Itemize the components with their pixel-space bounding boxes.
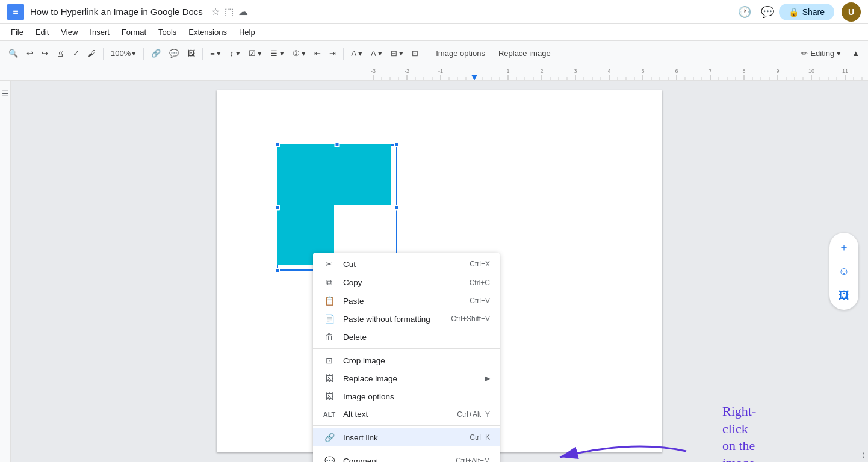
comment-icon[interactable]: 💬 xyxy=(761,5,774,19)
numlist-btn[interactable]: ① ▾ xyxy=(289,46,310,60)
cm-insert-link[interactable]: 🔗 Insert link Ctrl+K xyxy=(313,428,500,446)
context-menu: ✂ Cut Ctrl+X ⧉ Copy Ctrl+C 📋 Paste Ctrl+… xyxy=(313,253,500,462)
image-options-toolbar-btn[interactable]: Image options xyxy=(430,46,491,60)
resize-handle-middle-left[interactable] xyxy=(274,205,280,211)
collapse-toolbar-btn[interactable]: ▲ xyxy=(848,46,863,60)
print-btn[interactable]: 🖨 xyxy=(53,46,68,60)
float-add-btn[interactable]: ＋ xyxy=(833,236,855,258)
list-btn[interactable]: ☰ ▾ xyxy=(267,46,288,60)
checklist-btn[interactable]: ☑ ▾ xyxy=(245,46,266,60)
cm-paste-no-format[interactable]: 📄 Paste without formatting Ctrl+Shift+V xyxy=(313,310,500,328)
cm-copy[interactable]: ⧉ Copy Ctrl+C xyxy=(313,273,500,292)
bottom-right-handle[interactable]: ⟩ xyxy=(860,448,868,462)
cm-delete[interactable]: 🗑 Delete xyxy=(313,328,500,346)
menu-bar: File Edit View Insert Format Tools Exten… xyxy=(0,24,868,41)
menu-format[interactable]: Format xyxy=(116,26,152,38)
highlight-btn[interactable]: A ▾ xyxy=(347,46,366,60)
zoom-btn[interactable]: 100% ▾ xyxy=(107,46,140,60)
redo-btn[interactable]: ↪ xyxy=(38,46,52,60)
move-icon[interactable]: ⬚ xyxy=(225,6,234,17)
menu-tools[interactable]: Tools xyxy=(152,26,182,38)
resize-handle-top-right[interactable] xyxy=(394,142,400,147)
columns-btn[interactable]: ⊟ ▾ xyxy=(387,46,408,60)
sep5 xyxy=(426,48,426,60)
ruler: -3-2-1123456789101112131415161718 xyxy=(0,66,868,81)
search-toolbar-btn[interactable]: 🔍 xyxy=(5,46,22,60)
cm-crop-image[interactable]: ⊡ Crop image xyxy=(313,351,500,369)
menu-help[interactable]: Help xyxy=(233,26,261,38)
float-image-btn[interactable]: 🖼 xyxy=(833,285,855,306)
star-icon[interactable]: ☆ xyxy=(211,6,220,17)
image-options-icon: 🖼 xyxy=(323,392,336,401)
editing-mode-btn[interactable]: ✏ Editing ▾ xyxy=(795,46,847,60)
spellcheck-btn[interactable]: ✓ xyxy=(69,46,83,60)
cm-comment[interactable]: 💬 Comment Ctrl+Alt+M xyxy=(313,452,500,462)
paint-format-btn[interactable]: 🖌 xyxy=(84,46,99,60)
svg-text:-1: -1 xyxy=(438,68,443,74)
svg-text:1: 1 xyxy=(506,68,509,74)
svg-text:10: 10 xyxy=(808,68,814,74)
crop-btn[interactable]: ⊡ xyxy=(408,46,422,60)
undo-btn[interactable]: ↩ xyxy=(23,46,37,60)
cm-image-options[interactable]: 🖼 Image options xyxy=(313,387,500,405)
menu-edit[interactable]: Edit xyxy=(29,26,55,38)
right-float-toolbar: ＋ ☺ 🖼 xyxy=(829,233,858,310)
link-btn[interactable]: 🔗 xyxy=(147,46,164,60)
sep4 xyxy=(343,48,344,60)
text-color-btn[interactable]: A ▾ xyxy=(367,46,386,60)
align-btn[interactable]: ≡ ▾ xyxy=(206,46,225,60)
crop-icon: ⊡ xyxy=(323,356,336,365)
menu-extensions[interactable]: Extensions xyxy=(182,26,233,38)
cm-paste[interactable]: 📋 Paste Ctrl+V xyxy=(313,292,500,310)
history-icon[interactable]: 🕐 xyxy=(738,5,751,19)
cm-replace-image[interactable]: 🖼 Replace image ▶ xyxy=(313,369,500,387)
comment-btn[interactable]: 💬 xyxy=(166,46,182,60)
sep1 xyxy=(103,48,104,60)
svg-text:11: 11 xyxy=(842,68,848,74)
divider-1 xyxy=(313,348,500,349)
google-docs-icon: ≡ xyxy=(7,4,24,20)
document-area[interactable]: ✂ Cut Ctrl+X ⧉ Copy Ctrl+C 📋 Paste Ctrl+… xyxy=(11,81,868,462)
document-title: How to Hyperlink an Image in Google Docs xyxy=(30,7,203,17)
share-button[interactable]: 🔒 Share xyxy=(779,4,834,20)
menu-file[interactable]: File xyxy=(5,26,29,38)
link-icon: 🔗 xyxy=(323,433,336,442)
image-replace-icon: 🖼 xyxy=(323,374,336,383)
title-bar: ≡ How to Hyperlink an Image in Google Do… xyxy=(0,0,868,24)
toolbar: 🔍 ↩ ↪ 🖨 ✓ 🖌 100% ▾ 🔗 💬 🖼 ≡ ▾ ↕ ▾ ☑ ▾ ☰ ▾… xyxy=(0,41,868,66)
menu-view[interactable]: View xyxy=(55,26,84,38)
selected-image[interactable] xyxy=(277,144,397,271)
replace-image-toolbar-btn[interactable]: Replace image xyxy=(492,46,557,60)
document-page: ✂ Cut Ctrl+X ⧉ Copy Ctrl+C 📋 Paste Ctrl+… xyxy=(217,90,662,452)
indent-decrease-btn[interactable]: ⇤ xyxy=(311,46,324,60)
svg-text:-3: -3 xyxy=(371,68,376,74)
scissors-icon: ✂ xyxy=(323,259,336,269)
copy-icon: ⧉ xyxy=(323,277,336,288)
trash-icon: 🗑 xyxy=(323,332,336,342)
svg-text:6: 6 xyxy=(675,68,678,74)
menu-insert[interactable]: Insert xyxy=(84,26,116,38)
left-sidebar: ☰ xyxy=(0,81,11,462)
alt-icon: ALT xyxy=(323,411,336,418)
image-btn[interactable]: 🖼 xyxy=(184,46,199,60)
sep3 xyxy=(202,48,203,60)
paste-plain-icon: 📄 xyxy=(323,314,336,324)
cm-alt-text[interactable]: ALT Alt text Ctrl+Alt+Y xyxy=(313,405,500,423)
resize-handle-top-left[interactable] xyxy=(274,142,280,147)
resize-handle-middle-right[interactable] xyxy=(394,205,400,211)
svg-text:4: 4 xyxy=(607,68,610,74)
svg-text:-2: -2 xyxy=(405,68,409,74)
lock-icon: 🔒 xyxy=(789,7,799,17)
cm-cut[interactable]: ✂ Cut Ctrl+X xyxy=(313,255,500,273)
outline-icon[interactable]: ☰ xyxy=(2,89,9,98)
divider-3 xyxy=(313,449,500,449)
svg-rect-0 xyxy=(187,66,868,81)
svg-text:8: 8 xyxy=(742,68,745,74)
line-spacing-btn[interactable]: ↕ ▾ xyxy=(226,46,243,60)
svg-text:7: 7 xyxy=(708,68,711,74)
float-emoji-btn[interactable]: ☺ xyxy=(833,260,855,282)
resize-handle-bottom-left[interactable] xyxy=(274,268,280,273)
resize-handle-top-center[interactable] xyxy=(335,142,340,147)
cloud-icon[interactable]: ☁ xyxy=(238,6,248,17)
indent-increase-btn[interactable]: ⇥ xyxy=(326,46,339,60)
